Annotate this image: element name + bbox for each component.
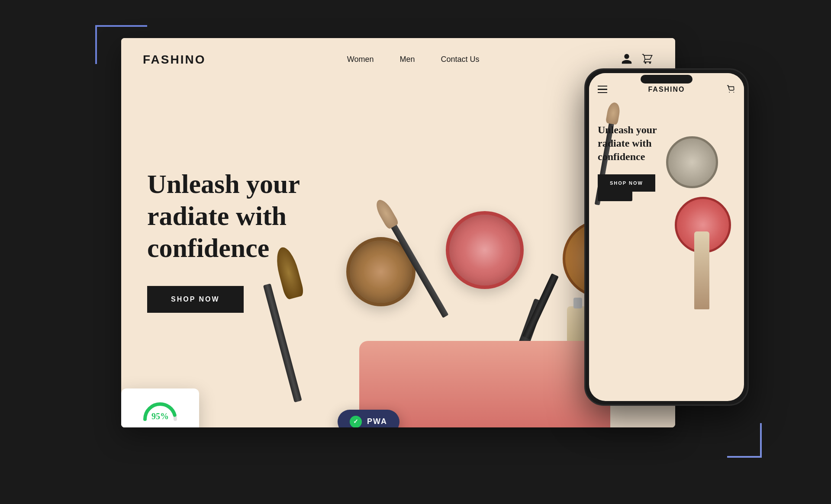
- speedometer: 95%: [141, 398, 180, 419]
- svg-point-0: [729, 92, 730, 93]
- desktop-nav-links: Women Men Contact Us: [347, 55, 480, 64]
- desktop-nav-icons: [621, 53, 654, 67]
- mobile-foundation: [694, 231, 709, 309]
- user-icon[interactable]: [621, 53, 633, 67]
- mobile-mockup: FASHINO Unleash: [584, 68, 749, 406]
- hero-content: Unleash your radiate with confidence SHO…: [147, 168, 372, 313]
- pwa-label: PWA: [367, 417, 387, 426]
- pwa-badge: ✓ PWA: [338, 410, 399, 427]
- cart-icon[interactable]: [641, 53, 654, 67]
- shop-now-button[interactable]: SHOP NOW: [147, 286, 244, 313]
- pwa-check-icon: ✓: [350, 416, 362, 427]
- scene-wrapper: FASHINO Women Men Contact Us: [69, 25, 762, 479]
- nav-link-women[interactable]: Women: [347, 55, 374, 64]
- mobile-hero-content: Unleash your radiate with confidence SHO…: [598, 123, 676, 192]
- nav-link-men[interactable]: Men: [400, 55, 415, 64]
- mobile-hero: Unleash your radiate with confidence SHO…: [589, 102, 744, 344]
- page-speed-value: 95%: [151, 411, 169, 421]
- desktop-logo: FASHINO: [143, 53, 206, 67]
- mascara-thin: [522, 273, 559, 339]
- blue-corner-bottom-right: [727, 423, 762, 458]
- mobile-logo: FASHINO: [648, 86, 685, 93]
- blue-corner-top-left: [95, 25, 147, 64]
- mobile-notch: [641, 75, 692, 83]
- mobile-cart-icon[interactable]: [726, 84, 735, 95]
- mobile-headline: Unleash your radiate with confidence: [598, 123, 676, 164]
- mobile-shop-now-button[interactable]: SHOP NOW: [598, 174, 655, 192]
- svg-point-1: [733, 92, 734, 93]
- page-speed-badge: 95% PAGE SPEED: [121, 388, 199, 427]
- hamburger-menu-button[interactable]: [598, 86, 607, 93]
- pink-compact: [446, 211, 524, 289]
- hero-headline: Unleash your radiate with confidence: [147, 168, 372, 264]
- mobile-screen: FASHINO Unleash: [589, 73, 744, 401]
- nav-link-contact[interactable]: Contact Us: [441, 55, 480, 64]
